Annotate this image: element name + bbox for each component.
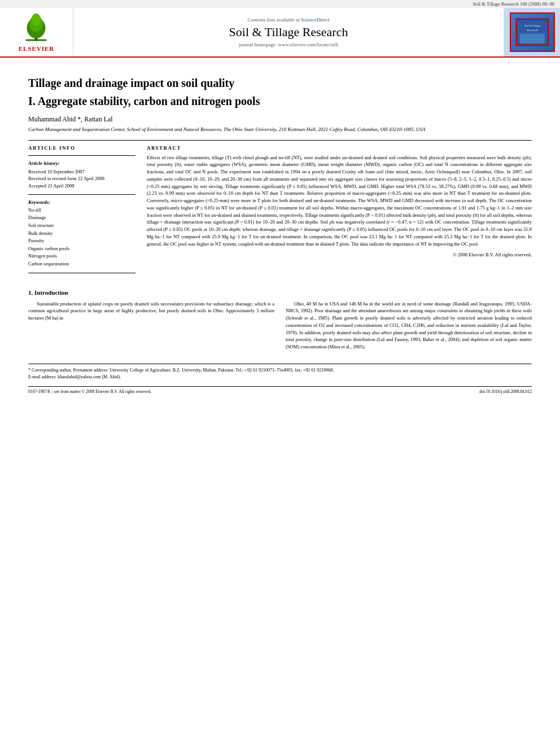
- journal-logo-box: Soil & Tillage Research: [510, 12, 555, 52]
- intro-right-col: Ohio, 40 M ha in USA and 146 M ha in the…: [286, 300, 532, 355]
- affiliation: Carbon Management and Sequestration Cent…: [28, 126, 532, 133]
- footnote-corresponding: * Corresponding author. Permanent addres…: [28, 367, 532, 374]
- kw-3: Bulk density: [28, 230, 135, 238]
- introduction-section: 1. Introduction Sustainable production o…: [28, 289, 532, 355]
- divider-kw: [28, 194, 135, 195]
- main-content: Tillage and drainage impact on soil qual…: [0, 58, 560, 405]
- intro-p1: Sustainable production of upland crops o…: [28, 300, 274, 322]
- revised-date: Received in revised form 12 April 2008: [28, 175, 135, 182]
- header-bar: Soil & Tillage Research 100 (2008) 89–98…: [0, 0, 560, 58]
- elsevier-logo: ELSEVIER: [19, 12, 55, 52]
- abstract-text: Effects of two tillage treatments, tilla…: [147, 154, 532, 248]
- intro-left-col: Sustainable production of upland crops o…: [28, 300, 274, 355]
- journal-center: Contents lists available at ScienceDirec…: [73, 8, 504, 56]
- svg-rect-4: [26, 40, 47, 41]
- sciencedirect-link[interactable]: ScienceDirect: [301, 17, 329, 23]
- journal-logo-icon: Soil & Tillage Research: [515, 18, 549, 46]
- article-title-line1: Tillage and drainage impact on soil qual…: [28, 76, 532, 90]
- kw-6: Nitrogen pools: [28, 252, 135, 260]
- bottom-bar: 0167-1987/$ – see front matter © 2008 El…: [28, 386, 532, 394]
- kw-5: Organic carbon pools: [28, 245, 135, 253]
- divider-kw-end: [28, 273, 135, 273]
- header-top: ELSEVIER Contents lists available at Sci…: [0, 8, 560, 56]
- history-label: Article history:: [28, 160, 135, 166]
- divider-1: [28, 140, 532, 141]
- received-date: Received 10 September 2007: [28, 168, 135, 176]
- authors: Muhammad Abid *, Rattan Lal: [28, 115, 532, 124]
- intro-title: 1. Introduction: [28, 289, 532, 296]
- article-info-abstract: ARTICLE INFO Article history: Received 1…: [28, 145, 532, 278]
- elsevier-text: ELSEVIER: [19, 45, 55, 52]
- doi-text: Soil & Tillage Research 100 (2008) 89–98: [473, 1, 555, 7]
- kw-2: Soil structure: [28, 222, 135, 230]
- keywords-label: Keywords:: [28, 199, 135, 205]
- footnote-email: E-mail address: kharalabid@yahoo.com (M.…: [28, 374, 532, 381]
- intro-left-text: Sustainable production of upland crops o…: [28, 300, 274, 322]
- abstract-column: ABSTRACT Effects of two tillage treatmen…: [147, 145, 532, 278]
- copyright-line: © 2008 Elsevier B.V. All rights reserved…: [147, 252, 532, 257]
- svg-point-3: [32, 14, 41, 26]
- kw-0: No-till: [28, 207, 135, 215]
- intro-p2: Ohio, 40 M ha in USA and 146 M ha in the…: [286, 300, 532, 351]
- article-info-column: ARTICLE INFO Article history: Received 1…: [28, 145, 135, 278]
- bottom-doi: doi:10.1016/j.still.2008.04.012: [479, 389, 532, 394]
- kw-4: Porosity: [28, 237, 135, 245]
- svg-text:Research: Research: [527, 29, 537, 32]
- keywords-list: No-till Drainage Soil structure Bulk den…: [28, 207, 135, 268]
- article-info-heading: ARTICLE INFO: [28, 145, 135, 151]
- journal-homepage: journal homepage: www.elsevier.com/locat…: [239, 42, 338, 47]
- elsevier-logo-area: ELSEVIER: [0, 8, 73, 56]
- journal-logo-area: Soil & Tillage Research: [504, 8, 560, 56]
- intro-right-text: Ohio, 40 M ha in USA and 146 M ha in the…: [286, 300, 532, 351]
- bottom-issn: 0167-1987/$ – see front matter © 2008 El…: [28, 389, 151, 394]
- svg-rect-9: [520, 33, 545, 43]
- abstract-heading: ABSTRACT: [147, 145, 532, 151]
- elsevier-tree-icon: [19, 12, 53, 43]
- page: Soil & Tillage Research 100 (2008) 89–98…: [0, 0, 560, 747]
- kw-7: Carbon sequestration: [28, 260, 135, 268]
- sciencedirect-label: Contents lists available at: [248, 17, 300, 23]
- intro-columns: Sustainable production of upland crops o…: [28, 300, 532, 355]
- sciencedirect-line: Contents lists available at ScienceDirec…: [248, 17, 330, 23]
- journal-title-header: Soil & Tillage Research: [229, 25, 348, 40]
- accepted-date: Accepted 21 April 2008: [28, 182, 135, 190]
- doi-bar: Soil & Tillage Research 100 (2008) 89–98: [0, 0, 560, 8]
- divider-ai: [28, 155, 135, 156]
- article-title-line2: I. Aggregate stability, carbon and nitro…: [28, 94, 532, 108]
- kw-1: Drainage: [28, 214, 135, 222]
- footnote-area: * Corresponding author. Permanent addres…: [28, 364, 532, 381]
- svg-text:Soil & Tillage: Soil & Tillage: [524, 24, 540, 27]
